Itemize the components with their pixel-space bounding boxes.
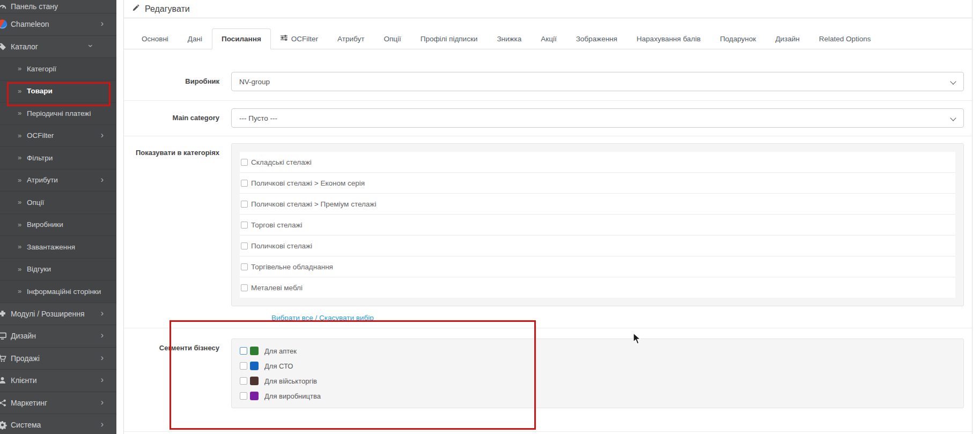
tab-дизайн[interactable]: Дизайн: [765, 28, 809, 49]
sidebar-item[interactable]: »Інформаційні сторінки: [0, 280, 116, 303]
chevron-right-icon: ›: [101, 331, 104, 340]
manufacturer-select-value: NV-group: [239, 78, 270, 86]
page-title: Редагувати: [145, 4, 190, 14]
double-angle-icon: »: [18, 153, 21, 161]
sidebar-item-label: Chameleon: [0, 20, 49, 28]
manufacturer-select[interactable]: NV-group: [231, 72, 964, 91]
sidebar-item[interactable]: Модулі / Розширення›: [0, 303, 116, 325]
double-angle-icon: »: [18, 87, 21, 95]
checkbox[interactable]: [241, 222, 248, 229]
chevron-right-icon: ›: [101, 175, 104, 184]
form-group-categories: Показувати в категоріях Складські стелаж…: [124, 136, 972, 328]
checkbox[interactable]: [240, 362, 247, 370]
tab-нарахування-балів[interactable]: Нарахування балів: [627, 28, 710, 49]
sliders-icon: [281, 34, 288, 43]
segment-row[interactable]: Для виробництва: [240, 388, 955, 403]
chevron-down-icon: [950, 115, 956, 121]
links-separator: /: [313, 314, 319, 322]
category-row[interactable]: Металеві меблі: [240, 277, 955, 298]
checkbox[interactable]: [241, 284, 248, 291]
main-category-select[interactable]: --- Пусто ---: [231, 108, 964, 128]
checkbox[interactable]: [240, 377, 247, 385]
categories-list: Складські стелажіПоличкові стелажі > Еко…: [240, 152, 955, 298]
select-all-link[interactable]: Вибрати все: [271, 314, 313, 322]
segment-row[interactable]: Для військторгів: [240, 373, 955, 388]
tab-дані[interactable]: Дані: [178, 28, 212, 49]
sidebar-item[interactable]: »Атрибути›: [0, 169, 116, 192]
sidebar-item[interactable]: »Товари: [0, 80, 116, 102]
sidebar-item-label: Інформаційні сторінки: [0, 288, 101, 296]
tab-акції[interactable]: Акції: [531, 28, 566, 49]
sidebar-item[interactable]: Панель стану: [0, 0, 116, 13]
segment-color-swatch: [250, 377, 259, 385]
category-row[interactable]: Складські стелажі: [240, 152, 955, 173]
double-angle-icon: »: [18, 64, 21, 72]
segment-row[interactable]: Для аптек: [240, 343, 955, 358]
tab-label: Опції: [384, 35, 401, 43]
sidebar-item[interactable]: »OCFilter›: [0, 124, 116, 147]
checkbox[interactable]: [240, 392, 247, 400]
checkbox[interactable]: [241, 242, 248, 249]
category-label: Поличкові стелажі > Преміум стелажі: [251, 200, 376, 208]
category-row[interactable]: Поличкові стелажі > Преміум стелажі: [240, 194, 955, 215]
sidebar-item[interactable]: Дизайн›: [0, 325, 116, 347]
chevron-right-icon: ›: [101, 131, 104, 139]
dashboard-icon: [0, 2, 7, 11]
tab-знижка[interactable]: Знижка: [487, 28, 531, 49]
tab-related-options[interactable]: Related Options: [809, 28, 881, 49]
tab-ocfilter[interactable]: OCFilter: [271, 28, 328, 49]
checkbox[interactable]: [241, 180, 248, 187]
double-angle-icon: »: [18, 287, 21, 295]
tab-опції[interactable]: Опції: [374, 28, 410, 49]
sidebar-item-label: OCFilter: [0, 131, 54, 139]
tab-атрибут[interactable]: Атрибут: [328, 28, 374, 49]
sidebar-item-label: Фільтри: [0, 154, 53, 162]
category-row[interactable]: Поличкові стелажі > Економ серія: [240, 173, 955, 194]
sidebar-item[interactable]: Система›: [0, 414, 116, 434]
category-row[interactable]: Поличкові стелажі: [240, 236, 955, 256]
checkbox[interactable]: [241, 263, 248, 270]
tab-label: Основні: [142, 35, 168, 43]
sidebar-item[interactable]: Клієнти›: [0, 369, 116, 392]
checkbox[interactable]: [241, 201, 248, 208]
mouse-cursor: [633, 333, 643, 345]
tab-label: Знижка: [497, 35, 521, 43]
sidebar-item[interactable]: »Відгуки: [0, 258, 116, 281]
tab-label: Дані: [188, 35, 202, 43]
tab-профілі-підписки[interactable]: Профілі підписки: [411, 28, 488, 49]
double-angle-icon: »: [18, 265, 21, 273]
double-angle-icon: »: [18, 198, 21, 206]
sidebar-item[interactable]: Продажі›: [0, 347, 116, 370]
sidebar-item[interactable]: Маркетинг›: [0, 392, 116, 414]
sidebar-item-label: Панель стану: [0, 2, 58, 11]
tab-основні[interactable]: Основні: [132, 28, 178, 49]
sidebar-item-label: Модулі / Розширення: [0, 310, 85, 318]
checkbox[interactable]: [241, 159, 248, 166]
category-label: Торгові стелажі: [251, 221, 303, 229]
sidebar-item[interactable]: »Завантаження: [0, 236, 116, 258]
checkbox[interactable]: [240, 347, 247, 355]
tab-посилання[interactable]: Посилання: [212, 28, 271, 49]
deselect-all-link[interactable]: Скасувати вибір: [319, 314, 374, 322]
monitor-icon: [0, 332, 7, 341]
tab-label: Зображення: [576, 35, 617, 43]
sidebar-item[interactable]: »Фільтри: [0, 146, 116, 169]
tab-подарунок[interactable]: Подарунок: [710, 28, 765, 49]
sidebar-item[interactable]: Chameleon›: [0, 13, 116, 35]
category-row[interactable]: Торгові стелажі: [240, 215, 955, 236]
sidebar-item[interactable]: »Опції: [0, 191, 116, 214]
tab-зображення[interactable]: Зображення: [566, 28, 627, 49]
segment-label: Для виробництва: [264, 392, 321, 400]
sidebar-item-label: Завантаження: [0, 243, 75, 251]
tab-label: Посилання: [222, 35, 261, 43]
sidebar-item-label: Виробники: [0, 220, 63, 229]
sidebar-item[interactable]: »Виробники: [0, 214, 116, 236]
category-row[interactable]: Торгівельне обладнання: [240, 256, 955, 277]
sidebar-item[interactable]: »Категорії: [0, 57, 116, 80]
chevron-down-icon: [950, 78, 956, 84]
sidebar-item[interactable]: »Періодичні платежі: [0, 102, 116, 124]
sidebar-item[interactable]: Каталог›: [0, 35, 116, 58]
page-header: Редагувати: [124, 0, 972, 18]
tab-label: Акції: [541, 35, 556, 43]
segment-row[interactable]: Для СТО: [240, 358, 955, 373]
